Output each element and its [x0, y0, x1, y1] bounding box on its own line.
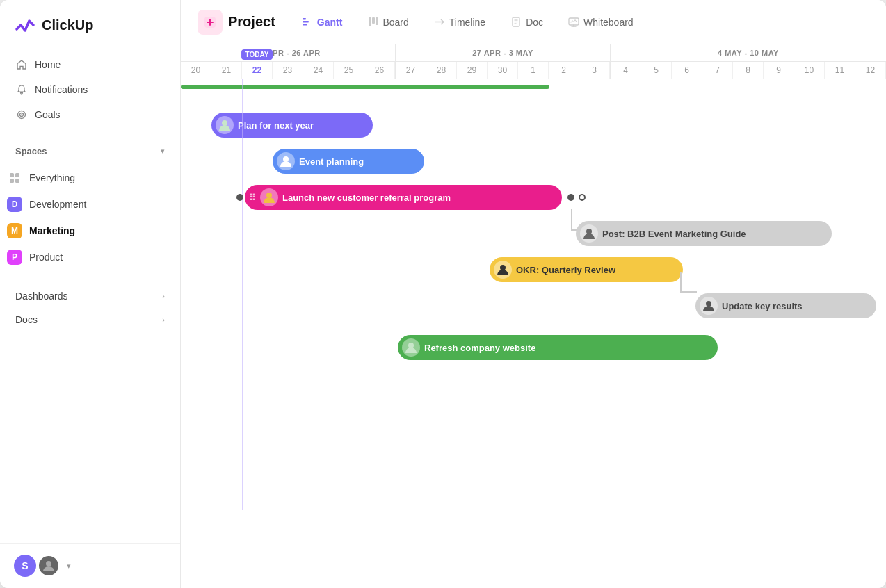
- week-label-1: 20 APR - 26 APR: [181, 44, 395, 62]
- progress-fill: [181, 85, 549, 89]
- dashboards-label: Dashboards: [15, 291, 68, 302]
- tab-board[interactable]: Board: [357, 11, 418, 33]
- spaces-section: Spaces ▾: [0, 132, 180, 162]
- svg-rect-4: [15, 173, 19, 177]
- sidebar-item-development[interactable]: D Development: [0, 191, 180, 218]
- sidebar-item-product[interactable]: P Product: [0, 244, 180, 270]
- days-row-3: 4 5 6 7 8 9 10 11 12: [611, 62, 886, 79]
- gantt-area[interactable]: 20 APR - 26 APR 20 21 TODAY 22 23 24 25 …: [181, 44, 886, 588]
- tab-timeline[interactable]: Timeline: [424, 11, 495, 33]
- sidebar-footer-nav: Dashboards › Docs ›: [0, 279, 180, 336]
- svg-point-23: [222, 120, 227, 126]
- docs-label: Docs: [15, 314, 38, 325]
- marketing-label: Marketing: [29, 225, 75, 236]
- day-30: 30: [488, 62, 518, 79]
- board-icon: [367, 17, 378, 28]
- svg-point-29: [408, 343, 414, 348]
- week-label-2: 27 APR - 3 MAY: [396, 44, 610, 62]
- sidebar-item-everything[interactable]: Everything: [0, 165, 180, 191]
- spaces-header[interactable]: Spaces ▾: [8, 143, 172, 159]
- svg-rect-9: [303, 18, 306, 20]
- tab-gantt[interactable]: Gantt: [292, 11, 353, 33]
- bar-b2b-guide[interactable]: Post: B2B Event Marketing Guide: [576, 221, 832, 246]
- day-25: 25: [334, 62, 364, 79]
- tab-whiteboard[interactable]: Whiteboard: [558, 11, 643, 33]
- dashboards-expand-icon: ›: [162, 292, 165, 300]
- bar-refresh-website[interactable]: Refresh company website: [398, 335, 718, 360]
- development-label: Development: [29, 199, 87, 210]
- bar-label-5: Update key results: [722, 301, 803, 311]
- progress-track: [181, 85, 876, 89]
- gantt-row-2: ⠿ Launch new customer referral program: [181, 179, 876, 215]
- gantt-body: Plan for next year Event planning: [181, 79, 876, 510]
- day-10: 10: [794, 62, 825, 79]
- day-6: 6: [672, 62, 702, 79]
- notifications-label: Notifications: [35, 84, 88, 95]
- user-avatar-photo: [38, 555, 60, 577]
- svg-point-28: [706, 301, 711, 307]
- sidebar-item-goals[interactable]: Goals: [8, 103, 172, 126]
- bar-avatar-4: [494, 261, 512, 279]
- bar-label-6: Refresh company website: [424, 343, 535, 353]
- gantt-row-5: Update key results: [181, 288, 876, 324]
- bar-label-1: Event planning: [299, 156, 364, 167]
- bar-avatar-1: [277, 152, 295, 170]
- bar-event-planning[interactable]: Event planning: [273, 149, 424, 174]
- bar-avatar-5: [700, 297, 718, 315]
- logo-area[interactable]: ClickUp: [0, 0, 180, 47]
- bar-update-results[interactable]: Update key results: [695, 293, 876, 318]
- day-5: 5: [641, 62, 672, 79]
- goals-label: Goals: [35, 109, 61, 120]
- goals-icon: [15, 108, 28, 121]
- everything-grid-icon: [7, 170, 22, 186]
- day-4: 4: [611, 62, 641, 79]
- svg-rect-14: [376, 17, 378, 25]
- clickup-logo-icon: [14, 14, 36, 36]
- dep-dot-end: [579, 194, 586, 201]
- home-label: Home: [35, 59, 61, 70]
- project-title: Project: [228, 14, 275, 30]
- timeline-icon: [434, 17, 445, 28]
- days-row-1: 20 21 TODAY 22 23 24 25 26: [181, 62, 395, 79]
- bar-referral-program[interactable]: ⠿ Launch new customer referral program: [245, 185, 562, 210]
- week-group-3: 4 MAY - 10 MAY 4 5 6 7 8 9 10 11 12: [611, 44, 886, 79]
- bar-plan-next-year[interactable]: Plan for next year: [211, 113, 373, 138]
- today-line: [242, 79, 243, 510]
- week-label-3: 4 MAY - 10 MAY: [611, 44, 886, 62]
- tab-board-label: Board: [382, 17, 408, 28]
- day-9: 9: [764, 62, 794, 79]
- sidebar-item-docs[interactable]: Docs ›: [8, 309, 172, 331]
- day-26: 26: [364, 62, 395, 79]
- day-8: 8: [733, 62, 764, 79]
- main-content: Project Gantt: [181, 0, 886, 588]
- svg-rect-12: [369, 17, 371, 26]
- gantt-row-6: Refresh company website: [181, 329, 876, 366]
- sidebar-item-dashboards[interactable]: Dashboards ›: [8, 285, 172, 307]
- tab-doc[interactable]: Doc: [501, 11, 553, 33]
- tab-whiteboard-label: Whiteboard: [583, 17, 634, 28]
- svg-rect-6: [15, 179, 19, 183]
- sidebar-item-notifications[interactable]: Notifications: [8, 78, 172, 101]
- bell-icon: [15, 83, 28, 96]
- doc-icon: [510, 17, 522, 28]
- user-dropdown-icon[interactable]: ▾: [67, 562, 71, 571]
- day-2: 2: [549, 62, 579, 79]
- bar-avatar-3: [580, 224, 598, 243]
- gantt-icon: [302, 17, 313, 28]
- sidebar-item-marketing[interactable]: M Marketing: [0, 218, 180, 244]
- svg-point-2: [21, 114, 22, 115]
- tab-timeline-label: Timeline: [449, 17, 485, 28]
- svg-rect-11: [303, 24, 307, 26]
- sidebar-user-footer[interactable]: S ▾: [0, 543, 180, 588]
- connector-v-1: [571, 209, 572, 229]
- bar-avatar-0: [216, 116, 234, 134]
- days-row-2: 27 28 29 30 1 2 3: [396, 62, 610, 79]
- logo-text: ClickUp: [42, 17, 93, 33]
- day-1: 1: [518, 62, 549, 79]
- sidebar-item-home[interactable]: Home: [8, 53, 172, 76]
- day-11: 11: [825, 62, 855, 79]
- bar-okr[interactable]: OKR: Quarterly Review: [490, 257, 683, 282]
- day-12: 12: [855, 62, 886, 79]
- user-avatar-s: S: [14, 555, 36, 577]
- day-28: 28: [426, 62, 457, 79]
